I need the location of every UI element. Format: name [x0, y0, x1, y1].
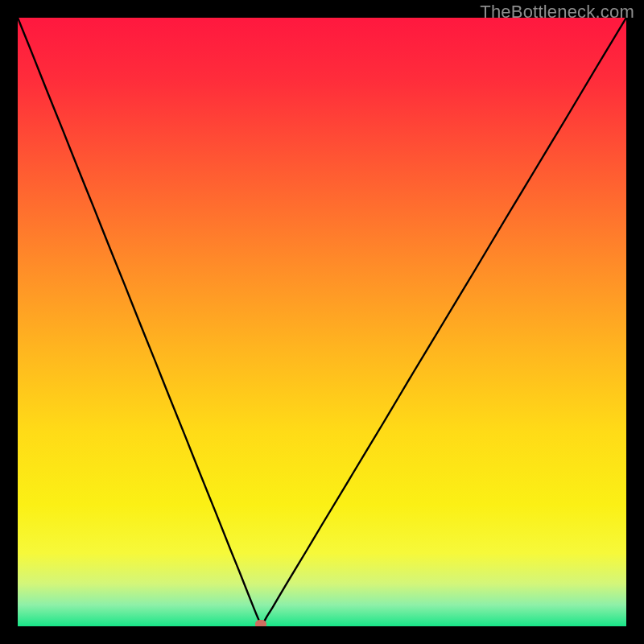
minimum-marker	[255, 620, 266, 626]
bottleneck-curve	[18, 18, 626, 626]
plot-area	[18, 18, 626, 626]
chart-frame: TheBottleneck.com	[0, 0, 644, 644]
watermark-text: TheBottleneck.com	[480, 2, 634, 23]
